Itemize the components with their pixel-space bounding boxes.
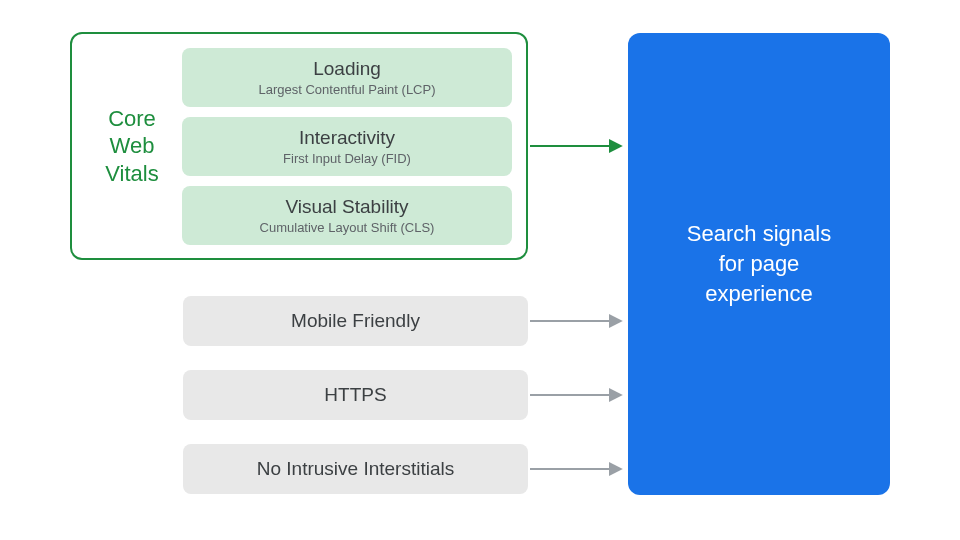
core-web-vitals-group: Core Web Vitals Loading Largest Contentf… (70, 32, 528, 260)
vital-interactivity: Interactivity First Input Delay (FID) (182, 117, 512, 176)
vital-subtitle: Cumulative Layout Shift (CLS) (194, 220, 500, 235)
signal-https: HTTPS (183, 370, 528, 420)
vital-visual-stability: Visual Stability Cumulative Layout Shift… (182, 186, 512, 245)
cwv-label-line: Core (108, 106, 156, 131)
vital-title: Interactivity (194, 127, 500, 149)
target-line: experience (705, 281, 813, 306)
signal-label: Mobile Friendly (291, 310, 420, 332)
vital-subtitle: First Input Delay (FID) (194, 151, 500, 166)
target-line: for page (719, 251, 800, 276)
vital-title: Visual Stability (194, 196, 500, 218)
vital-subtitle: Largest Contentful Paint (LCP) (194, 82, 500, 97)
cwv-label-line: Vitals (105, 161, 158, 186)
cwv-label-line: Web (110, 133, 155, 158)
target-line: Search signals (687, 221, 831, 246)
search-signals-box: Search signals for page experience (628, 33, 890, 495)
signal-label: No Intrusive Interstitials (257, 458, 454, 480)
vitals-stack: Loading Largest Contentful Paint (LCP) I… (182, 48, 512, 245)
vital-title: Loading (194, 58, 500, 80)
vital-loading: Loading Largest Contentful Paint (LCP) (182, 48, 512, 107)
core-web-vitals-label: Core Web Vitals (82, 105, 182, 188)
signal-label: HTTPS (324, 384, 386, 406)
signal-no-intrusive-interstitials: No Intrusive Interstitials (183, 444, 528, 494)
signal-mobile-friendly: Mobile Friendly (183, 296, 528, 346)
